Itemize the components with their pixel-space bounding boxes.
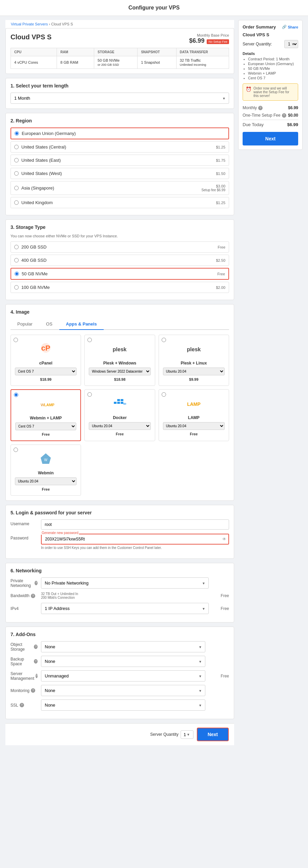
region-option-us-west[interactable]: United States (West) $1.50	[11, 168, 229, 179]
bottom-next-button[interactable]: Next	[197, 728, 229, 741]
addon-management-info-icon[interactable]: ?	[36, 674, 38, 678]
password-input[interactable]	[41, 534, 229, 545]
region-radio-uk[interactable]	[14, 200, 19, 205]
tab-popular[interactable]: Popular	[11, 319, 39, 330]
region-option-uk[interactable]: United Kingdom $1.25	[11, 197, 229, 208]
region-radio-eu[interactable]	[15, 131, 19, 136]
addon-monitoring-row: Monitoring ? None	[11, 685, 229, 696]
password-help: In order to use SSH Keys you can add the…	[41, 546, 229, 550]
username-input[interactable]	[41, 519, 229, 530]
order-summary: Order Summary 🔗 Share Cloud VPS S Server…	[238, 20, 303, 150]
storage-radio-200ssd[interactable]	[14, 245, 19, 249]
tab-os[interactable]: OS	[39, 319, 59, 330]
image-radio-lamp[interactable]	[162, 392, 166, 397]
addon-monitoring-info-icon[interactable]: ?	[31, 688, 35, 693]
docker-os-select[interactable]: Ubuntu 20.04	[89, 422, 150, 430]
spec-header-transfer: DATA TRANSFER	[176, 48, 229, 56]
region-option-us-east[interactable]: United States (East) $1.75	[11, 155, 229, 166]
webmin-lamp-price: Free	[15, 432, 76, 436]
addon-backup-info-icon[interactable]: ?	[34, 659, 38, 664]
addon-management-select[interactable]: Unmanaged	[41, 670, 205, 682]
region-radio-us-central[interactable]	[14, 145, 19, 149]
next-button[interactable]: Next	[243, 132, 298, 145]
monthly-info-icon[interactable]: ?	[258, 106, 263, 110]
addon-object-storage-info-icon[interactable]: ?	[34, 645, 38, 649]
storage-400ssd[interactable]: 400 GB SSD $2.50	[11, 255, 229, 266]
addon-ssl-info-icon[interactable]: ?	[20, 703, 24, 707]
image-radio-plesk-windows[interactable]	[87, 338, 92, 342]
eye-icon[interactable]: 👁	[222, 537, 226, 541]
section-term-title: 1. Select your term length	[11, 83, 229, 88]
webmin-price: Free	[15, 487, 77, 491]
image-card-docker[interactable]: Docker Ubuntu 20.04 Free	[84, 389, 155, 441]
image-grid: cP cPanel Cent OS 7 $18.99 plesk Plesk +…	[11, 335, 229, 496]
password-wrapper: Generate new password 👁	[41, 534, 229, 545]
webmin-os-select[interactable]: Ubuntu 20.04	[15, 477, 77, 485]
image-card-webmin-lamp[interactable]: W LAMP Webmin + LAMP Cent OS 7 Free	[11, 389, 81, 441]
net-private-info-icon[interactable]: ?	[35, 581, 38, 585]
addon-backup-select[interactable]: None	[41, 656, 205, 667]
breadcrumb-parent[interactable]: Virtual Private Servers	[11, 22, 48, 26]
image-card-cpanel[interactable]: cP cPanel Cent OS 7 $18.99	[11, 335, 81, 386]
bottom-qty-select[interactable]: 123	[181, 730, 193, 739]
region-option-us-central[interactable]: United States (Central) $1.25	[11, 141, 229, 153]
storage-radio-100nvme[interactable]	[14, 285, 19, 290]
bottom-qty-select-wrapper: 123	[181, 730, 193, 739]
image-radio-webmin-lamp[interactable]	[14, 393, 18, 397]
plesk-linux-os-select[interactable]: Ubuntu 20.04	[163, 368, 225, 375]
section-region-title: 2. Region	[11, 118, 229, 123]
setup-info-icon[interactable]: ?	[282, 113, 286, 118]
region-label-uk: United Kingdom	[21, 200, 53, 205]
share-icon: 🔗	[282, 25, 287, 29]
summary-details: Details Contract Period: 1 Month Europea…	[243, 52, 298, 80]
net-bandwidth-desc: 32 TB Out + Unlimited In200 Mbit/s Conne…	[41, 592, 209, 599]
summary-qty-select[interactable]: 12	[284, 40, 298, 48]
image-radio-plesk-linux[interactable]	[162, 338, 166, 342]
tab-apps-panels[interactable]: Apps & Panels	[59, 319, 104, 330]
storage-200ssd[interactable]: 200 GB SSD Free	[11, 241, 229, 253]
net-ipv4-select[interactable]: 1 IP Address	[41, 603, 209, 614]
storage-50nvme[interactable]: 50 GB NVMe Free	[11, 268, 229, 280]
addon-ssl-select[interactable]: None	[41, 699, 205, 711]
addon-monitoring-select[interactable]: None	[41, 685, 205, 696]
image-card-plesk-windows[interactable]: plesk Plesk + Windows Windows Server 202…	[84, 335, 155, 386]
section-image-title: 4. Image	[11, 309, 229, 315]
region-radio-us-west[interactable]	[14, 171, 19, 176]
plesk-windows-price: $18.98	[89, 377, 150, 381]
image-radio-webmin[interactable]	[14, 448, 18, 452]
section-addons-title: 7. Add-Ons	[11, 632, 229, 637]
image-card-plesk-linux[interactable]: plesk Plesk + Linux Ubuntu 20.04 $9.99	[159, 335, 229, 386]
image-card-lamp[interactable]: LAMP LAMP Ubuntu 20.04 Free	[159, 389, 229, 441]
due-price-row: Due Today $6.99	[243, 120, 298, 129]
storage-100nvme[interactable]: 100 GB NVMe $2.00	[11, 282, 229, 293]
addon-ssl-label: SSL ?	[11, 703, 38, 708]
cpanel-os-select[interactable]: Cent OS 7	[15, 368, 77, 375]
product-header: Cloud VPS S Monthly Base Price $6.99 No …	[5, 28, 234, 74]
region-option-eu[interactable]: European Union (Germany)	[11, 127, 229, 139]
region-option-asia[interactable]: Asia (Singapore) $3.00 Setup fee $6.99	[11, 181, 229, 195]
image-card-webmin[interactable]: W Webmin Ubuntu 20.04 Free	[11, 445, 81, 496]
promo-text: Order now and we will waive the Setup Fe…	[253, 86, 295, 98]
storage-radio-50nvme[interactable]	[15, 272, 19, 276]
net-private-select[interactable]: No Private Networking	[41, 577, 209, 589]
image-radio-docker[interactable]	[87, 392, 92, 397]
webmin-name: Webmin	[15, 471, 77, 475]
addon-monitoring-control: None	[41, 685, 205, 696]
webmin-lamp-os-select[interactable]: Cent OS 7	[15, 422, 76, 430]
detail-contract: Contract Period: 1 Month	[248, 57, 298, 61]
addon-ssl-control: None	[41, 699, 205, 711]
share-link[interactable]: 🔗 Share	[282, 25, 298, 29]
image-radio-cpanel[interactable]	[14, 338, 18, 342]
plesk-windows-os-select[interactable]: Windows Server 2022 Datacenter	[89, 368, 150, 375]
storage-radio-400ssd[interactable]	[14, 258, 19, 262]
section-login: 5. Login & password for your server User…	[5, 505, 234, 559]
addon-object-storage-select[interactable]: None	[41, 641, 205, 652]
lamp-os-select[interactable]: Ubuntu 20.04	[163, 422, 225, 430]
bottom-bar: Server Quantity 123 Next	[5, 723, 234, 745]
net-bandwidth-info-icon[interactable]: ?	[31, 594, 35, 598]
region-radio-asia[interactable]	[14, 186, 19, 190]
term-select[interactable]: 1 Month 3 Months 6 Months 12 Months	[11, 93, 229, 104]
breadcrumb: Virtual Private Servers › Cloud VPS S	[5, 20, 234, 28]
region-radio-us-east[interactable]	[14, 158, 19, 162]
storage-price-200ssd: Free	[218, 245, 225, 249]
